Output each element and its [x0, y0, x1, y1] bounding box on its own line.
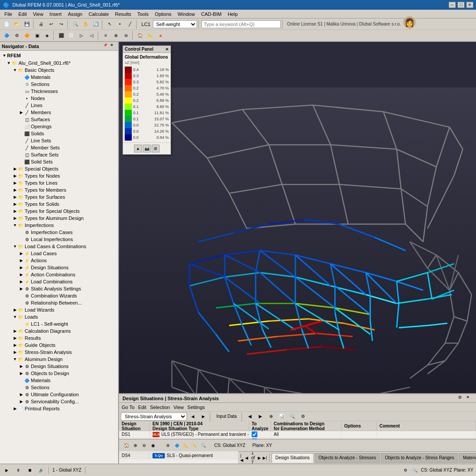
vp-btn1[interactable]: 🏠: [123, 442, 130, 450]
tree-combination-wizards[interactable]: ⚙ Combination Wizards: [0, 292, 118, 299]
tb2-btn4[interactable]: ▣: [32, 31, 42, 41]
bp-close[interactable]: ✕: [466, 395, 472, 402]
tree-line-sets[interactable]: ╱ Line Sets: [0, 137, 118, 144]
tree-ultimate-config[interactable]: ▶ ⚙ Ultimate Configuration: [0, 391, 118, 398]
printout-expand[interactable]: ▶: [12, 406, 18, 411]
load-cases-expand[interactable]: ▶: [19, 251, 24, 256]
tree-types-nodes[interactable]: ▶ 📁 Types for Nodes: [0, 172, 118, 179]
special-objects-expand[interactable]: ▶: [12, 166, 18, 171]
aluminum-expand[interactable]: ▼: [12, 357, 18, 362]
tree-sections-al[interactable]: ⚙ Sections: [0, 384, 118, 391]
load-wizards-expand[interactable]: ▶: [12, 307, 18, 312]
design-situations-expand[interactable]: ▶: [19, 265, 24, 270]
tree-load-wizards[interactable]: ▶ 📁 Load Wizards: [0, 306, 118, 313]
tab-first[interactable]: |◀: [240, 453, 244, 463]
menu-calculate[interactable]: Calculate: [86, 11, 112, 18]
sb-btn1[interactable]: ▶: [3, 466, 11, 474]
tree-types-members[interactable]: ▶ 📁 Types for Members: [0, 186, 118, 193]
tb2-btn13[interactable]: 🏠: [135, 31, 145, 41]
pan-button[interactable]: ✋: [81, 19, 90, 29]
types-lines-expand[interactable]: ▶: [12, 180, 18, 186]
bp-next[interactable]: ▶: [198, 412, 208, 421]
minimize-button[interactable]: ─: [449, 2, 456, 8]
tree-results[interactable]: ▶ 📁 Results: [0, 335, 118, 342]
tb2-btn11[interactable]: ⊕: [111, 31, 121, 41]
tb2-btn7[interactable]: ⬜: [67, 31, 76, 41]
menu-file[interactable]: File: [2, 11, 15, 18]
tree-types-special[interactable]: ▶ 📁 Types for Special Objects: [0, 208, 118, 215]
viewport[interactable]: Control Panel ✕ Global Deformations uZ […: [119, 42, 476, 464]
tree-surface-sets[interactable]: ◫ Surface Sets: [0, 151, 118, 158]
tree-action-combinations[interactable]: ▶ ⚡ Action Combinations: [0, 271, 118, 278]
select-button[interactable]: ↖: [105, 19, 115, 29]
tree-relationship[interactable]: ⚙ Relationship Between...: [0, 299, 118, 306]
tree-imperfection-cases[interactable]: ⚙ Imperfection Cases: [0, 229, 118, 236]
tree-load-cases-combinations[interactable]: ▼ 📁 Load Cases & Combinations: [0, 243, 118, 250]
types-aluminum-expand[interactable]: ▶: [12, 216, 18, 221]
tree-objects-to-design[interactable]: ▶ ⚙ Objects to Design: [0, 370, 118, 377]
tb2-btn15[interactable]: 🔺: [156, 31, 165, 41]
menu-results[interactable]: Results: [112, 11, 134, 18]
vp-extra2[interactable]: 🔷: [173, 442, 181, 450]
menu-insert[interactable]: Insert: [47, 11, 64, 18]
vp-extra3[interactable]: 📐: [182, 442, 190, 450]
bp-float[interactable]: ⊡: [458, 395, 465, 402]
tree-file[interactable]: ▼ 📁 Alu_Grid_Shell_001.rf6*: [0, 60, 118, 67]
stress-strain-expand[interactable]: ▶: [12, 350, 18, 355]
menu-edit[interactable]: Edit: [16, 11, 30, 18]
static-analysis-expand[interactable]: ▶: [19, 286, 24, 291]
tree-solid-sets[interactable]: ⬛ Solid Sets: [0, 158, 118, 165]
sb-btn4[interactable]: 🔊: [37, 466, 45, 474]
maximize-button[interactable]: □: [457, 2, 465, 8]
vp-extra4[interactable]: 📏: [190, 442, 198, 450]
tree-lc1-self-weight[interactable]: ⚡ LC1 - Self-weight: [0, 320, 118, 327]
tb2-btn8[interactable]: ▷: [77, 31, 86, 41]
menu-help[interactable]: Help: [225, 11, 241, 18]
tree-types-solids[interactable]: ▶ 📁 Types for Solids: [0, 201, 118, 208]
sb-right-btn2[interactable]: 🔍: [411, 466, 419, 474]
tree-calc-diagrams[interactable]: ▶ 📁 Calculation Diagrams: [0, 327, 118, 335]
file-expand[interactable]: ▼: [6, 60, 11, 66]
vp-btn4[interactable]: ◉: [149, 442, 157, 450]
guide-objects-expand[interactable]: ▶: [12, 342, 18, 348]
bp-goto[interactable]: Go To: [122, 405, 134, 410]
close-button[interactable]: ✕: [466, 2, 473, 8]
node-button[interactable]: •: [115, 19, 125, 29]
tree-member-sets[interactable]: ╱ Member Sets: [0, 144, 118, 151]
tree-nodes[interactable]: • Nodes: [0, 95, 118, 102]
tab-objects-ranges[interactable]: Objects to Analyze - Stress Ranges: [381, 453, 458, 463]
tree-actions[interactable]: ▶ ⚡ Actions: [0, 257, 118, 264]
tree-ds-aluminum[interactable]: ▶ ⚙ Design Situations: [0, 363, 118, 370]
tab-design-situations[interactable]: Design Situations: [271, 453, 314, 463]
menu-assign[interactable]: Assign: [65, 11, 85, 18]
bp-settings[interactable]: Settings: [187, 405, 205, 410]
line-button[interactable]: ╱: [125, 19, 135, 29]
tree-materials[interactable]: 🔷 Materials: [0, 74, 118, 81]
vp-extra1[interactable]: ⚙: [164, 442, 172, 450]
calc-diagrams-expand[interactable]: ▶: [12, 328, 18, 334]
ds-al-expand[interactable]: ▶: [19, 364, 24, 369]
tree-basic-objects[interactable]: ▼ 📁 Basic Objects: [0, 67, 118, 74]
new-button[interactable]: 📄: [2, 19, 11, 29]
search-input[interactable]: [201, 20, 281, 28]
bp-view[interactable]: View: [173, 405, 184, 410]
zoom-button[interactable]: 🔍: [71, 19, 80, 29]
sb-btn2[interactable]: ⏸: [14, 466, 22, 474]
tree-load-combinations[interactable]: ▶ ⚡ Load Combinations: [0, 278, 118, 285]
tree-load-cases[interactable]: ▶ ⚡ Load Cases: [0, 250, 118, 257]
tb2-btn3[interactable]: 🔶: [22, 31, 32, 41]
tree-materials-al[interactable]: 🔷 Materials: [0, 377, 118, 384]
types-surfaces-expand[interactable]: ▶: [12, 194, 18, 200]
tree-thicknesses[interactable]: ▭ Thicknesses: [0, 88, 118, 95]
bp-tb1[interactable]: ◀: [245, 412, 255, 421]
imperfections-expand[interactable]: ▼: [12, 223, 18, 228]
lc-dropdown[interactable]: Self-weight: [153, 20, 197, 28]
loads-expand[interactable]: ▼: [12, 314, 18, 320]
lcc-expand[interactable]: ▼: [12, 244, 18, 249]
tab-materials[interactable]: Materials: [459, 453, 476, 463]
menu-options[interactable]: Options: [152, 11, 174, 18]
bp-tb6[interactable]: ⚙: [298, 412, 308, 421]
analysis-type-dropdown[interactable]: Stress-Strain Analysis: [121, 413, 187, 420]
vp-extra5[interactable]: 🔍: [199, 442, 207, 450]
cp-btn2[interactable]: 📷: [143, 145, 151, 152]
